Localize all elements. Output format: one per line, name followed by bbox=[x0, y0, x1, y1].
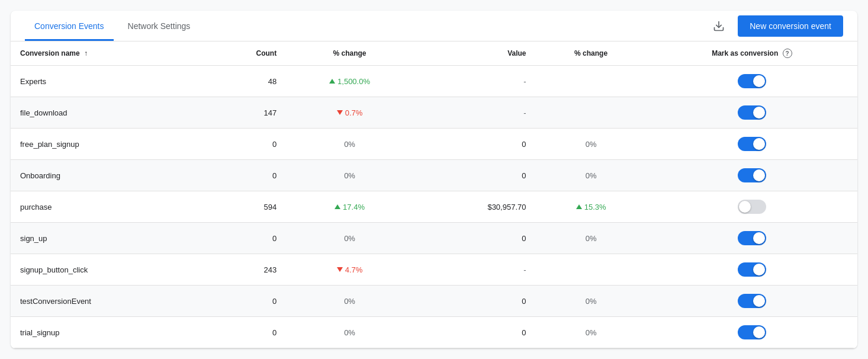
toggle-thumb bbox=[753, 169, 765, 181]
toggle-thumb bbox=[753, 75, 765, 87]
cell-value: - bbox=[413, 66, 536, 97]
toggle-switch[interactable] bbox=[738, 74, 766, 88]
header-actions: New conversion event bbox=[707, 14, 843, 38]
arrow-down-icon bbox=[337, 267, 343, 272]
toggle-switch[interactable] bbox=[738, 200, 766, 214]
cell-value-change: 15.3% bbox=[535, 191, 646, 223]
new-conversion-event-button[interactable]: New conversion event bbox=[738, 15, 843, 37]
cell-value: 0 bbox=[413, 317, 536, 348]
toggle-switch[interactable] bbox=[738, 325, 766, 339]
toggle-switch[interactable] bbox=[738, 105, 766, 120]
cell-count-change: 17.4% bbox=[286, 191, 413, 223]
cell-name: sign_up bbox=[11, 223, 202, 254]
conversion-events-table: Conversion name ↑ Count % change Value %… bbox=[11, 41, 857, 348]
toggle-wrap bbox=[656, 74, 848, 88]
cell-toggle bbox=[647, 66, 857, 97]
cell-count: 0 bbox=[202, 223, 286, 254]
header: Conversion Events Network Settings New c… bbox=[11, 11, 857, 41]
cell-count: 594 bbox=[202, 191, 286, 223]
cell-count-change: 0% bbox=[286, 317, 413, 348]
tab-conversion-events[interactable]: Conversion Events bbox=[25, 11, 114, 41]
tab-network-settings[interactable]: Network Settings bbox=[118, 11, 200, 41]
cell-count: 0 bbox=[202, 160, 286, 191]
cell-value: 0 bbox=[413, 129, 536, 160]
toggle-thumb bbox=[753, 138, 765, 150]
cell-toggle bbox=[647, 191, 857, 223]
cell-name: Onboarding bbox=[11, 160, 202, 191]
table-row: Onboarding00%00% bbox=[11, 160, 857, 191]
col-header-name: Conversion name ↑ bbox=[11, 41, 202, 66]
main-card: Conversion Events Network Settings New c… bbox=[11, 11, 857, 348]
cell-name: free_plan_signup bbox=[11, 129, 202, 160]
table-row: trial_signup00%00% bbox=[11, 317, 857, 348]
col-header-value-change: % change bbox=[535, 41, 646, 66]
cell-count: 243 bbox=[202, 254, 286, 286]
toggle-switch[interactable] bbox=[738, 168, 766, 182]
cell-name: testConversionEvent bbox=[11, 286, 202, 317]
cell-value-change bbox=[535, 97, 646, 129]
toggle-thumb bbox=[753, 232, 765, 244]
toggle-wrap bbox=[656, 325, 848, 339]
cell-value-change: 0% bbox=[535, 129, 646, 160]
toggle-wrap bbox=[656, 137, 848, 151]
cell-count-change: 1,500.0% bbox=[286, 66, 413, 97]
arrow-up-icon bbox=[576, 204, 582, 209]
toggle-wrap bbox=[656, 231, 848, 245]
toggle-switch[interactable] bbox=[738, 262, 766, 277]
download-button[interactable] bbox=[707, 14, 731, 38]
cell-value: $30,957.70 bbox=[413, 191, 536, 223]
table-row: sign_up00%00% bbox=[11, 223, 857, 254]
toggle-thumb bbox=[753, 107, 765, 118]
cell-value-change: 0% bbox=[535, 286, 646, 317]
table-row: signup_button_click2434.7%- bbox=[11, 254, 857, 286]
cell-toggle bbox=[647, 317, 857, 348]
cell-count-change: 0% bbox=[286, 286, 413, 317]
cell-toggle bbox=[647, 97, 857, 129]
toggle-wrap bbox=[656, 262, 848, 277]
toggle-wrap bbox=[656, 200, 848, 214]
cell-count: 0 bbox=[202, 317, 286, 348]
table-header-row: Conversion name ↑ Count % change Value %… bbox=[11, 41, 857, 66]
cell-count: 0 bbox=[202, 129, 286, 160]
cell-value: - bbox=[413, 97, 536, 129]
arrow-down-icon bbox=[337, 110, 343, 115]
table-row: testConversionEvent00%00% bbox=[11, 286, 857, 317]
toggle-thumb bbox=[753, 295, 765, 307]
table-row: Experts481,500.0%- bbox=[11, 66, 857, 97]
toggle-wrap bbox=[656, 168, 848, 182]
toggle-switch[interactable] bbox=[738, 294, 766, 308]
cell-name: trial_signup bbox=[11, 317, 202, 348]
mark-as-conversion-help-icon[interactable]: ? bbox=[783, 49, 792, 58]
col-header-value: Value bbox=[413, 41, 536, 66]
cell-count: 147 bbox=[202, 97, 286, 129]
table-row: free_plan_signup00%00% bbox=[11, 129, 857, 160]
toggle-switch[interactable] bbox=[738, 137, 766, 151]
sort-asc-icon: ↑ bbox=[84, 49, 88, 57]
cell-value-change bbox=[535, 66, 646, 97]
toggle-thumb bbox=[753, 326, 765, 338]
cell-count-change: 4.7% bbox=[286, 254, 413, 286]
cell-count: 0 bbox=[202, 286, 286, 317]
table-row: file_download1470.7%- bbox=[11, 97, 857, 129]
cell-value-change bbox=[535, 254, 646, 286]
cell-value-change: 0% bbox=[535, 317, 646, 348]
cell-toggle bbox=[647, 223, 857, 254]
cell-value: 0 bbox=[413, 160, 536, 191]
cell-count-change: 0% bbox=[286, 223, 413, 254]
col-header-count-change: % change bbox=[286, 41, 413, 66]
cell-value-change: 0% bbox=[535, 160, 646, 191]
toggle-thumb bbox=[753, 264, 765, 275]
cell-toggle bbox=[647, 286, 857, 317]
toggle-switch[interactable] bbox=[738, 231, 766, 245]
cell-value: - bbox=[413, 254, 536, 286]
cell-toggle bbox=[647, 254, 857, 286]
arrow-up-icon bbox=[329, 79, 335, 84]
toggle-wrap bbox=[656, 105, 848, 120]
cell-count: 48 bbox=[202, 66, 286, 97]
cell-toggle bbox=[647, 129, 857, 160]
cell-name: signup_button_click bbox=[11, 254, 202, 286]
col-header-count: Count bbox=[202, 41, 286, 66]
cell-name: Experts bbox=[11, 66, 202, 97]
cell-value: 0 bbox=[413, 286, 536, 317]
cell-count-change: 0% bbox=[286, 160, 413, 191]
